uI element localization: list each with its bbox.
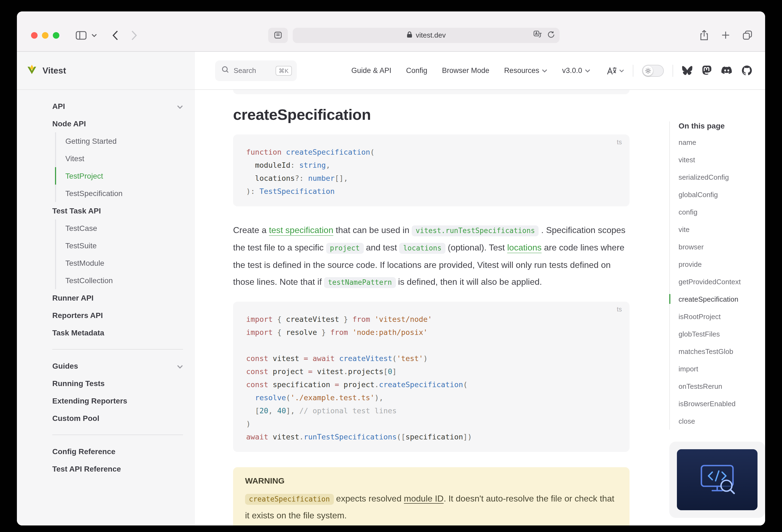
outline-item-vitest[interactable]: vitest	[679, 151, 765, 168]
outline-item-serializedconfig[interactable]: serializedConfig	[679, 168, 765, 186]
sidebar-item-test-task-api[interactable]: Test Task API	[52, 202, 183, 219]
nav-browser-mode[interactable]: Browser Mode	[442, 66, 489, 75]
back-icon[interactable]	[112, 30, 118, 40]
sidebar-section-guides[interactable]: Guides	[52, 357, 183, 375]
code-link-locations[interactable]: locations	[399, 243, 446, 254]
link-locations[interactable]: locations	[507, 243, 541, 252]
zoom-button[interactable]	[53, 32, 59, 38]
discord-icon[interactable]	[721, 66, 733, 75]
chevron-down-icon	[177, 361, 183, 370]
share-icon[interactable]	[700, 30, 709, 40]
theme-toggle[interactable]	[642, 65, 664, 76]
minimize-button[interactable]	[42, 32, 48, 38]
nav-divider	[633, 65, 633, 76]
new-tab-icon[interactable]	[721, 31, 730, 39]
chevron-down-icon	[177, 102, 183, 110]
sidebar-item-testproject[interactable]: TestProject	[55, 167, 183, 185]
warning-text: createSpecification expects resolved mod…	[245, 491, 617, 524]
link-module-id[interactable]: module ID	[404, 494, 443, 503]
outline-item-globtestfiles[interactable]: globTestFiles	[679, 325, 765, 343]
outline-item-matchestestglob[interactable]: matchesTestGlob	[679, 343, 765, 360]
translate-icon[interactable]	[607, 66, 624, 75]
sidebar-item-config-reference[interactable]: Config Reference	[52, 443, 183, 460]
sidebar-item-task-metadata[interactable]: Task Metadata	[52, 324, 183, 342]
code-link-vitest-runtestspecifications[interactable]: vitest.runTestSpecifications	[412, 225, 539, 236]
code-link-project[interactable]: project	[326, 243, 364, 254]
translate-page-icon[interactable]	[533, 31, 542, 40]
vitest-logo-icon	[26, 64, 38, 77]
outline-item-vite[interactable]: vite	[679, 220, 765, 238]
sidebar-item-runner-api[interactable]: Runner API	[52, 289, 183, 307]
outline-list: namevitestserializedConfigglobalConfigco…	[679, 133, 765, 430]
page-icon[interactable]	[268, 28, 288, 43]
tabs-icon[interactable]	[743, 31, 752, 40]
sidebar-toggle-icon[interactable]	[76, 31, 86, 39]
code-link-testnamepattern[interactable]: testNamePattern	[324, 277, 396, 288]
sidebar-item-testspecification[interactable]: TestSpecification	[55, 185, 183, 202]
search-input[interactable]: Search ⌘K	[215, 60, 297, 81]
outline-item-ontestsrerun[interactable]: onTestsRerun	[679, 377, 765, 395]
code-line: function createSpecification(	[246, 145, 616, 158]
page-body: APINode APIGetting StartedVitestTestProj…	[17, 90, 765, 526]
code-line: const project = vitest.projects[0]	[246, 365, 616, 378]
sponsor-card[interactable]	[669, 441, 765, 518]
code-line: resolve('./example.test.ts'),	[246, 391, 616, 404]
sidebar-item-testmodule[interactable]: TestModule	[55, 254, 183, 272]
address-bar[interactable]: vitest.dev	[293, 28, 560, 43]
outline-item-isrootproject[interactable]: isRootProject	[679, 308, 765, 325]
sidebar-item-node-api[interactable]: Node API	[52, 115, 183, 132]
brand[interactable]: Vitest	[17, 52, 195, 89]
outline-item-getprovidedcontext[interactable]: getProvidedContext	[679, 273, 765, 290]
nav-guide-and-api[interactable]: Guide & API	[351, 66, 391, 75]
code-line: await vitest.runTestSpecifications([spec…	[246, 430, 616, 443]
sidebar-item-testcase[interactable]: TestCase	[55, 219, 183, 237]
github-icon[interactable]	[742, 65, 752, 76]
sidebar-item-test-api-reference[interactable]: Test API Reference	[52, 460, 183, 477]
outline-item-import[interactable]: import	[679, 360, 765, 377]
sun-icon	[643, 66, 653, 75]
sidebar-item-custom-pool[interactable]: Custom Pool	[52, 410, 183, 427]
code-block-example[interactable]: ts import { createVitest } from 'vitest/…	[233, 302, 630, 452]
outline-item-createspecification[interactable]: createSpecification	[679, 290, 765, 308]
description-paragraph: Create a test specification that can be …	[233, 222, 630, 291]
outline-item-isbrowserenabled[interactable]: isBrowserEnabled	[679, 395, 765, 412]
code-line: moduleId: string,	[246, 158, 616, 172]
mastodon-icon[interactable]	[702, 65, 712, 76]
outline-item-provide[interactable]: provide	[679, 255, 765, 273]
warning-title: WARNING	[245, 476, 617, 485]
reload-icon[interactable]	[547, 31, 555, 39]
bluesky-icon[interactable]	[682, 66, 693, 75]
safari-toolbar: vitest.dev	[17, 11, 765, 52]
sidebar-item-running-tests[interactable]: Running Tests	[52, 375, 183, 392]
sidebar-item-testsuite[interactable]: TestSuite	[55, 237, 183, 254]
link-test-specification[interactable]: test specification	[269, 225, 333, 235]
sidebar-section-api[interactable]: API	[52, 98, 183, 115]
nav-config[interactable]: Config	[406, 66, 427, 75]
outline-item-globalconfig[interactable]: globalConfig	[679, 186, 765, 203]
toolbar-chevron-down-icon[interactable]	[92, 34, 97, 37]
window-controls	[31, 32, 59, 38]
page-title: createSpecification	[233, 106, 630, 123]
outline-item-browser[interactable]: browser	[679, 238, 765, 255]
sidebar-item-reporters-api[interactable]: Reporters API	[52, 307, 183, 324]
outline-item-name[interactable]: name	[679, 133, 765, 151]
sidebar-item-getting-started[interactable]: Getting Started	[55, 132, 183, 150]
sidebar-item-vitest[interactable]: Vitest	[55, 150, 183, 167]
nav-version[interactable]: v3.0.0	[562, 66, 590, 75]
main-content: createSpecification ts function createSp…	[233, 90, 630, 526]
url-text: vitest.dev	[416, 31, 446, 39]
safari-window: vitest.dev	[17, 11, 765, 526]
code-block-signature[interactable]: ts function createSpecification( moduleI…	[233, 135, 630, 206]
outline-item-close[interactable]: close	[679, 412, 765, 430]
code-line: const specification = project.createSpec…	[246, 378, 616, 391]
nav-resources[interactable]: Resources	[504, 66, 547, 75]
code-lang-label-2: ts	[617, 306, 622, 313]
sidebar-item-extending-reporters[interactable]: Extending Reporters	[52, 392, 183, 410]
sidebar-divider	[52, 434, 183, 435]
warning-callout: WARNING createSpecification expects reso…	[233, 467, 630, 526]
outline-item-config[interactable]: config	[679, 203, 765, 220]
close-button[interactable]	[31, 32, 38, 38]
sidebar-item-testcollection[interactable]: TestCollection	[55, 272, 183, 289]
forward-icon	[131, 30, 137, 40]
search-label: Search	[234, 66, 256, 75]
